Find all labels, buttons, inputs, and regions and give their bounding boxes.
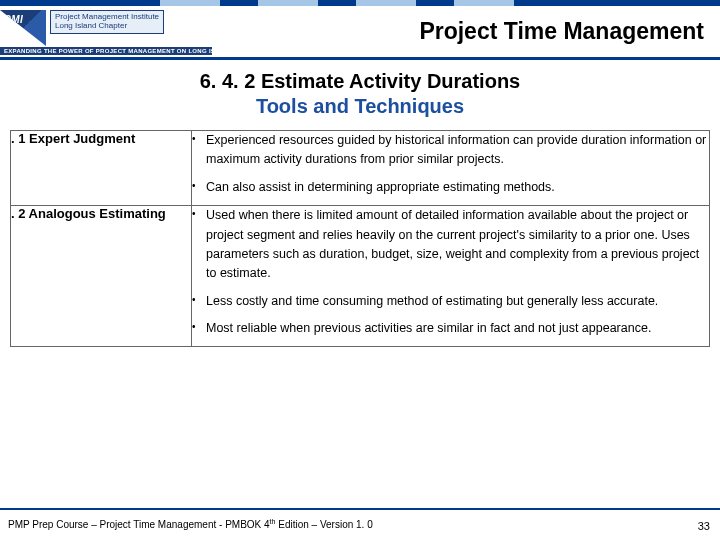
bullet: Used when there is limited amount of det… (192, 206, 709, 284)
pmi-tagline: EXPANDING THE POWER OF PROJECT MANAGEMEN… (0, 47, 212, 55)
table-row: . 1 Expert Judgment Experienced resource… (11, 131, 710, 206)
table-row: . 2 Analogous Estimating Used when there… (11, 206, 710, 347)
page-number: 33 (698, 520, 710, 532)
bullet: Experienced resources guided by historic… (192, 131, 709, 170)
section-subtitle: Tools and Techniques (0, 95, 720, 118)
section-heading: 6. 4. 2 Estimate Activity Durations Tool… (0, 70, 720, 118)
header: Project Management Institute Long Island… (0, 6, 720, 60)
row-content: Experienced resources guided by historic… (192, 131, 710, 206)
row-content: Used when there is limited amount of det… (192, 206, 710, 347)
footer: PMP Prep Course – Project Time Managemen… (0, 508, 720, 532)
footer-text-post: Edition – Version 1. 0 (275, 519, 372, 530)
pmi-triangle-icon (0, 10, 46, 46)
slide: Project Management Institute Long Island… (0, 0, 720, 540)
pmi-logo: Project Management Institute Long Island… (0, 10, 240, 55)
footer-text-pre: PMP Prep Course – Project Time Managemen… (8, 519, 270, 530)
bullet: Most reliable when previous activities a… (192, 319, 709, 338)
slide-title: Project Time Management (240, 10, 708, 45)
pmi-chapter-label: Project Management Institute Long Island… (50, 10, 164, 34)
row-label: . 1 Expert Judgment (11, 131, 192, 206)
row-label: . 2 Analogous Estimating (11, 206, 192, 347)
footer-text: PMP Prep Course – Project Time Managemen… (0, 518, 373, 530)
tools-table: . 1 Expert Judgment Experienced resource… (10, 130, 710, 347)
section-number-title: 6. 4. 2 Estimate Activity Durations (0, 70, 720, 93)
bullet: Can also assist in determining appropria… (192, 178, 709, 197)
top-tabs-decor (0, 0, 514, 6)
bullet: Less costly and time consuming method of… (192, 292, 709, 311)
